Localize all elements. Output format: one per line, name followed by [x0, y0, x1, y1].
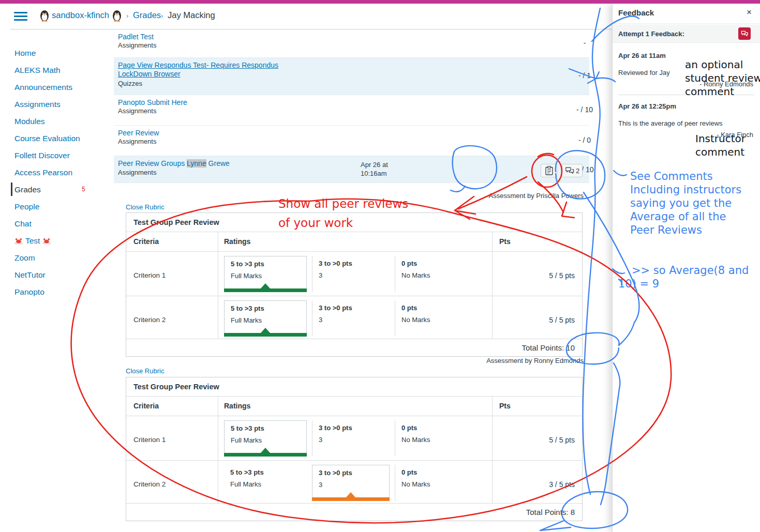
rating-label: 3	[319, 481, 389, 489]
rating-cell-selected[interactable]: 5 to >3 pts Full Marks	[224, 256, 307, 292]
sidebar-item-home[interactable]: Home	[14, 48, 108, 59]
sidebar-item-panopto[interactable]: Panopto	[14, 286, 108, 298]
rating-marker-triangle	[261, 283, 270, 288]
hamburger-menu-icon[interactable]	[14, 12, 27, 22]
sidebar-item-label: Grades	[14, 185, 41, 194]
sidebar-item-test[interactable]: Test	[14, 235, 108, 247]
rating-points: 0 pts	[401, 304, 475, 312]
col-header-ratings: Ratings	[224, 402, 250, 410]
sidebar-item-label: Follett Discover	[14, 151, 70, 160]
rubric-header-row: Criteria Ratings Pts	[126, 397, 582, 416]
comment-count: 2	[576, 167, 579, 175]
criterion-score: 5 / 5 pts	[549, 436, 575, 444]
sidebar-item-assignments[interactable]: Assignments	[14, 99, 108, 110]
rating-cell[interactable]: 0 pts No Marks	[395, 256, 475, 292]
rating-points: 0 pts	[401, 260, 475, 267]
speech-bubbles-icon	[741, 31, 748, 37]
breadcrumb-grades-link[interactable]: Grades	[133, 10, 161, 20]
score-value: - / 1	[559, 71, 610, 80]
breadcrumb-course-link[interactable]: sandbox-kfinch	[52, 10, 109, 20]
col-header-criteria: Criteria	[133, 402, 159, 410]
rating-cell-selected[interactable]: 5 to >3 pts Full Marks	[224, 300, 307, 337]
sidebar-item-zoom[interactable]: Zoom	[14, 252, 108, 264]
rubric-clipboard-icon	[545, 166, 553, 175]
rating-cell-selected[interactable]: 5 to >3 pts Full Marks	[224, 420, 307, 457]
criterion-label: Criterion 2	[133, 316, 166, 324]
crab-icon	[42, 237, 51, 245]
sidebar-item-label: Panopto	[14, 287, 44, 297]
sidebar-item-access-pearson[interactable]: Access Pearson	[14, 167, 108, 178]
feedback-title: Feedback	[618, 8, 654, 17]
sidebar-item-announcements[interactable]: Announcements	[14, 82, 108, 93]
rating-label: Full Marks	[230, 480, 307, 488]
rating-label: Full Marks	[231, 316, 306, 324]
assignment-title[interactable]: Peer Review Groups Lynne Grewe	[118, 159, 304, 168]
rating-points: 3 to >0 pts	[319, 469, 389, 477]
score-value: -	[559, 39, 610, 47]
sidebar-item-label: ALEKS Math	[14, 66, 61, 75]
sidebar-item-label: People	[14, 202, 39, 211]
rating-cell[interactable]: 0 pts No Marks	[395, 300, 475, 337]
assignment-title[interactable]: Peer Review	[118, 129, 289, 138]
criterion-score: 5 / 5 pts	[549, 271, 575, 280]
assignment-title[interactable]: Panopto Submit Here	[118, 98, 289, 107]
feedback-tray-header: Feedback ×	[613, 4, 760, 24]
criterion-score: 3 / 5 pts	[549, 480, 575, 489]
assignment-link[interactable]: Page View Respondus Test- Requires Respo…	[118, 61, 278, 78]
rubric-button[interactable]	[541, 164, 557, 177]
sidebar-item-modules[interactable]: Modules	[14, 116, 108, 127]
rating-label: Full Marks	[231, 272, 306, 280]
sidebar-item-chat[interactable]: Chat	[14, 218, 108, 230]
sidebar-active-indicator	[11, 183, 12, 196]
score-value: - / 10	[559, 105, 610, 114]
comment-date: Apr 26 at 11am	[618, 52, 666, 59]
rating-cell[interactable]: 3 to >0 pts 3	[312, 256, 390, 292]
grades-count-badge: 5	[82, 186, 85, 193]
sidebar-item-grades[interactable]: Grades5	[14, 184, 108, 195]
penguin-icon	[112, 9, 122, 22]
submission-date: Apr 26 at10:16am	[361, 160, 388, 178]
breadcrumb-header: sandbox-kfinch › Grades › Jay Macking	[0, 4, 612, 29]
sidebar-item-label: Test	[25, 236, 40, 246]
grade-row-panopto-submit: Panopto Submit Here Assignments - / 10	[114, 95, 589, 126]
rating-cell[interactable]: 3 to >0 pts 3	[312, 420, 390, 457]
rating-cell[interactable]: 0 pts No Marks	[395, 465, 475, 501]
comments-button[interactable]: 2	[562, 164, 583, 177]
col-header-pts: Pts	[499, 237, 511, 246]
sidebar-item-nettutor[interactable]: NetTutor	[14, 269, 108, 281]
rubric-total-points: Total Points: 8	[126, 504, 582, 521]
sidebar-item-label: Announcements	[14, 83, 72, 92]
media-comment-button[interactable]	[738, 27, 751, 40]
rating-label: No Marks	[401, 316, 475, 324]
sidebar-item-people[interactable]: People	[14, 201, 108, 212]
col-header-ratings: Ratings	[224, 237, 250, 246]
close-rubric-link[interactable]: Close Rubric	[126, 367, 164, 375]
sidebar-item-follett-discover[interactable]: Follett Discover	[14, 150, 108, 161]
rating-points: 5 to >3 pts	[231, 260, 306, 268]
rating-points: 3 to >0 pts	[319, 260, 390, 267]
red-annotation-note: Show all peer reviews of your work	[278, 194, 408, 233]
rating-label: Full Marks	[231, 436, 306, 444]
highlighted-text: Lynne	[187, 159, 206, 168]
assignment-group: Quizzes	[118, 80, 142, 87]
grade-row-respondus-quiz: Page View Respondus Test- Requires Respo…	[114, 58, 589, 95]
blue-annotation-see-comments: See Comments Including instructors sayin…	[630, 170, 741, 237]
comment-text: Reviewed for Jay	[618, 69, 670, 77]
sidebar-item-label: NetTutor	[14, 270, 46, 280]
rubric-header-row: Criteria Ratings Pts	[126, 232, 582, 252]
grade-row-peer-review-groups: Peer Review Groups Lynne Grewe Assignmen…	[114, 156, 589, 183]
close-icon[interactable]: ×	[747, 7, 752, 18]
rating-points: 0 pts	[401, 468, 475, 476]
sidebar-item-aleks-math[interactable]: ALEKS Math	[14, 65, 108, 76]
rating-label: 3	[319, 436, 390, 444]
rating-points: 5 to >3 pts	[230, 468, 307, 476]
selected-rating-bar	[224, 453, 307, 457]
rating-cell[interactable]: 0 pts No Marks	[395, 420, 475, 457]
rating-cell-selected[interactable]: 3 to >0 pts 3	[312, 465, 390, 501]
sidebar-item-course-evaluation[interactable]: Course Evaluation	[14, 133, 108, 144]
assignment-title[interactable]: Padlet Test	[118, 33, 289, 41]
rubric-row-criterion-1: Criterion 1 5 to >3 pts Full Marks 3 to …	[126, 416, 582, 461]
rating-cell[interactable]: 3 to >0 pts 3	[312, 300, 390, 337]
close-rubric-link[interactable]: Close Rubric	[126, 203, 164, 211]
rating-cell[interactable]: 5 to >3 pts Full Marks	[224, 465, 307, 501]
